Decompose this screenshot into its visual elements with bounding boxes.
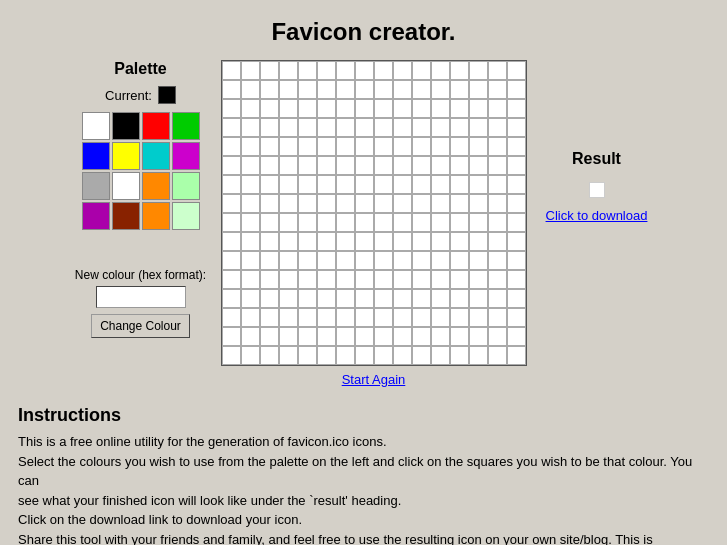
grid-cell[interactable] [336,61,355,80]
grid-cell[interactable] [279,251,298,270]
grid-cell[interactable] [336,308,355,327]
grid-cell[interactable] [431,289,450,308]
palette-swatch[interactable] [142,202,170,230]
grid-cell[interactable] [336,270,355,289]
grid-cell[interactable] [374,175,393,194]
grid-cell[interactable] [393,156,412,175]
grid-cell[interactable] [374,270,393,289]
grid-cell[interactable] [222,327,241,346]
grid-cell[interactable] [279,213,298,232]
grid-cell[interactable] [507,289,526,308]
grid-cell[interactable] [222,137,241,156]
grid-cell[interactable] [469,99,488,118]
grid-cell[interactable] [279,232,298,251]
grid-cell[interactable] [317,289,336,308]
grid-cell[interactable] [450,289,469,308]
grid-cell[interactable] [260,251,279,270]
grid-cell[interactable] [260,213,279,232]
grid-cell[interactable] [336,118,355,137]
palette-swatch[interactable] [112,202,140,230]
grid-cell[interactable] [431,156,450,175]
grid-cell[interactable] [488,61,507,80]
grid-cell[interactable] [431,270,450,289]
palette-swatch[interactable] [172,112,200,140]
grid-cell[interactable] [507,80,526,99]
grid-cell[interactable] [412,118,431,137]
grid-cell[interactable] [317,137,336,156]
grid-cell[interactable] [222,194,241,213]
grid-cell[interactable] [336,327,355,346]
grid-cell[interactable] [393,80,412,99]
grid-cell[interactable] [431,80,450,99]
grid-cell[interactable] [298,99,317,118]
grid-cell[interactable] [317,80,336,99]
grid-cell[interactable] [298,213,317,232]
grid-cell[interactable] [393,194,412,213]
grid-cell[interactable] [469,175,488,194]
grid-cell[interactable] [336,175,355,194]
grid-cell[interactable] [241,346,260,365]
grid-cell[interactable] [222,99,241,118]
grid-cell[interactable] [279,175,298,194]
grid-cell[interactable] [393,137,412,156]
grid-cell[interactable] [260,232,279,251]
grid-cell[interactable] [431,61,450,80]
grid-cell[interactable] [450,61,469,80]
grid-cell[interactable] [431,175,450,194]
grid-cell[interactable] [469,156,488,175]
grid-cell[interactable] [507,175,526,194]
grid-cell[interactable] [355,137,374,156]
grid-cell[interactable] [298,346,317,365]
grid-cell[interactable] [355,99,374,118]
grid-cell[interactable] [431,251,450,270]
grid-cell[interactable] [241,232,260,251]
grid-cell[interactable] [507,327,526,346]
grid-cell[interactable] [260,61,279,80]
grid-cell[interactable] [317,194,336,213]
grid-cell[interactable] [431,213,450,232]
grid-cell[interactable] [260,137,279,156]
grid-cell[interactable] [241,99,260,118]
grid-cell[interactable] [336,80,355,99]
grid-cell[interactable] [260,308,279,327]
grid-cell[interactable] [507,137,526,156]
grid-cell[interactable] [469,137,488,156]
grid-cell[interactable] [298,308,317,327]
palette-swatch[interactable] [142,142,170,170]
grid-cell[interactable] [336,194,355,213]
grid-cell[interactable] [355,156,374,175]
grid-cell[interactable] [279,308,298,327]
grid-cell[interactable] [260,346,279,365]
grid-cell[interactable] [431,137,450,156]
grid-cell[interactable] [279,270,298,289]
grid-cell[interactable] [374,327,393,346]
grid-cell[interactable] [412,270,431,289]
grid-cell[interactable] [450,156,469,175]
palette-swatch[interactable] [142,112,170,140]
grid-cell[interactable] [317,251,336,270]
grid-cell[interactable] [279,99,298,118]
grid-cell[interactable] [393,251,412,270]
grid-cell[interactable] [355,80,374,99]
grid-cell[interactable] [222,156,241,175]
grid-cell[interactable] [241,137,260,156]
grid-cell[interactable] [374,156,393,175]
grid-cell[interactable] [222,175,241,194]
grid-cell[interactable] [355,175,374,194]
hex-input[interactable] [96,286,186,308]
grid-cell[interactable] [393,213,412,232]
grid-cell[interactable] [374,232,393,251]
grid-cell[interactable] [450,99,469,118]
grid-cell[interactable] [374,137,393,156]
grid-cell[interactable] [241,61,260,80]
grid-cell[interactable] [241,194,260,213]
grid-cell[interactable] [431,194,450,213]
grid-cell[interactable] [298,156,317,175]
grid-cell[interactable] [469,213,488,232]
grid-cell[interactable] [469,289,488,308]
grid-cell[interactable] [317,118,336,137]
grid-cell[interactable] [412,327,431,346]
grid-cell[interactable] [241,251,260,270]
grid-cell[interactable] [317,99,336,118]
grid-cell[interactable] [222,118,241,137]
